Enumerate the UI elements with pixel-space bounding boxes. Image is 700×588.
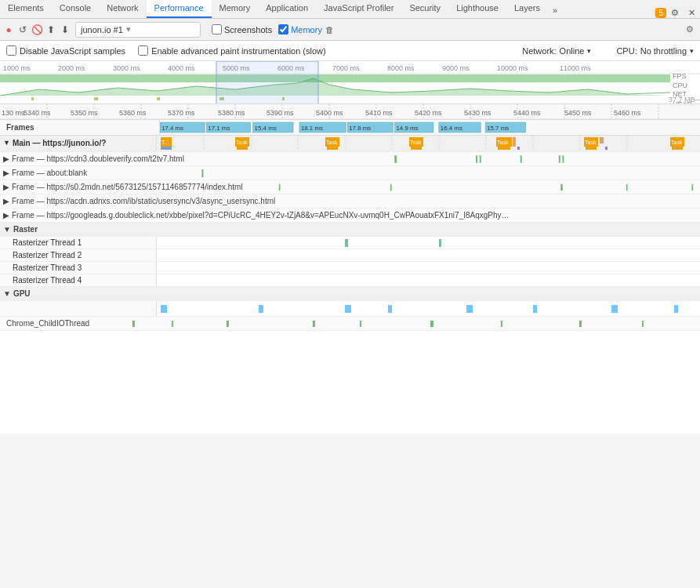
svg-text:5440 ms: 5440 ms — [513, 109, 541, 117]
svg-rect-136 — [559, 155, 560, 162]
memory-checkbox-container[interactable]: Memory — [278, 24, 322, 34]
tab-application[interactable]: Application — [258, 0, 316, 18]
svg-rect-12 — [31, 97, 34, 100]
rasterizer-thread-4-label: Rasterizer Thread 4 — [0, 274, 157, 286]
frames-row: Frames 17.4 ms 17.1 ms 15.4 ms 18.1 ms 1… — [0, 120, 700, 136]
svg-text:8000 ms: 8000 ms — [387, 64, 415, 72]
network-value[interactable]: Online — [560, 46, 585, 56]
close-icon[interactable]: ✕ — [684, 8, 700, 18]
frame-expand-arrow-5[interactable]: ▶ — [3, 211, 9, 220]
raster-header[interactable]: ▼ Raster — [0, 223, 700, 237]
svg-text:17.1 ms: 17.1 ms — [208, 125, 230, 132]
timeline-overview[interactable]: 1000 ms 2000 ms 3000 ms 4000 ms 5000 ms … — [0, 61, 700, 104]
svg-rect-85 — [237, 147, 248, 150]
tab-memory[interactable]: Memory — [212, 0, 259, 18]
gpu-content-row — [0, 301, 700, 317]
svg-rect-144 — [345, 239, 348, 247]
warning-badge: 5 — [655, 8, 666, 18]
svg-text:5350 ms: 5350 ms — [71, 109, 98, 117]
svg-text:17.4 ms: 17.4 ms — [161, 125, 183, 132]
record-button[interactable]: ● — [3, 24, 14, 35]
gpu-expand-arrow[interactable]: ▼ — [3, 289, 11, 298]
cpu-dropdown-icon[interactable]: ▾ — [690, 47, 694, 55]
rasterizer-thread-3-content — [157, 262, 700, 274]
svg-text:Task: Task — [236, 140, 248, 145]
tab-more[interactable]: » — [548, 2, 562, 18]
chrome-child-label: Chrome_ChildIOThread — [3, 319, 89, 328]
url-text: junon.io #1 — [81, 25, 123, 34]
tab-security[interactable]: Security — [401, 0, 448, 18]
frame-expand-arrow-3[interactable]: ▶ — [3, 183, 9, 191]
tab-network[interactable]: Network — [99, 0, 146, 18]
main-thread-row: ▼ Main — https://junon.io/? — [0, 136, 700, 151]
svg-text:3000 ms: 3000 ms — [113, 64, 140, 72]
svg-rect-156 — [172, 321, 173, 327]
tab-lighthouse[interactable]: Lighthouse — [448, 0, 506, 18]
svg-text:Task: Task — [326, 140, 338, 145]
svg-text:Task: Task — [585, 140, 597, 145]
devtools-tabs: Elements Console Network Performance Mem… — [0, 0, 700, 19]
trash-icon[interactable]: 🗑 — [325, 25, 334, 34]
rasterizer-thread-1-label: Rasterizer Thread 1 — [0, 237, 157, 249]
disable-js-checkbox[interactable] — [6, 45, 16, 56]
memory-checkbox[interactable] — [278, 24, 288, 34]
svg-text:15.4 ms: 15.4 ms — [255, 125, 277, 132]
tab-console[interactable]: Console — [52, 0, 99, 18]
svg-rect-163 — [642, 321, 644, 327]
frame-doubleverify-row[interactable]: ▶ Frame — https://cdn3.doubleverify.com/… — [0, 152, 700, 166]
rasterizer-thread-2-content — [157, 249, 700, 262]
settings-gear-icon[interactable]: ⚙ — [683, 24, 697, 34]
tab-javascript-profiler[interactable]: JavaScript Profiler — [316, 0, 401, 18]
network-label: Network: — [522, 46, 556, 56]
disable-js-container[interactable]: Disable JavaScript samples — [6, 45, 125, 56]
rasterizer-thread-1: Rasterizer Thread 1 — [0, 237, 700, 249]
network-dropdown-icon[interactable]: ▾ — [587, 47, 591, 55]
raster-expand-arrow[interactable]: ▼ — [3, 225, 11, 234]
chrome-child-row[interactable]: Chrome_ChildIOThread — [0, 317, 700, 331]
frame-mdn-svg — [246, 180, 700, 194]
gpu-header[interactable]: ▼ GPU — [0, 287, 700, 301]
frame-googleads-row[interactable]: ▶ Frame — https://googleads.g.doubleclic… — [0, 209, 700, 223]
gpu-svg — [157, 301, 700, 317]
zoom-in-icon[interactable]: ⬆ — [45, 24, 56, 35]
enable-paint-checkbox[interactable] — [138, 45, 148, 56]
svg-rect-146 — [161, 305, 167, 313]
frame-mdn-row[interactable]: ▶ Frame — https://s0.2mdn.net/5673125/15… — [0, 180, 700, 194]
svg-text:14.9 ms: 14.9 ms — [396, 125, 418, 132]
clear-button[interactable]: 🚫 — [31, 24, 42, 35]
frame-mdn-label: Frame — https://s0.2mdn.net/5673125/1571… — [12, 183, 243, 191]
reload-record-button[interactable]: ↺ — [17, 24, 28, 35]
rasterizer-thread-4-content — [157, 274, 700, 287]
toolbar: ● ↺ 🚫 ⬆ ⬇ junon.io #1 ▾ Screenshots Memo… — [0, 19, 700, 41]
zoom-out-icon[interactable]: ⬇ — [60, 24, 71, 35]
cpu-value[interactable]: No throttling — [640, 46, 687, 56]
svg-text:2000 ms: 2000 ms — [58, 64, 85, 72]
tab-performance[interactable]: Performance — [147, 0, 212, 18]
screenshots-checkbox[interactable] — [212, 24, 222, 34]
svg-text:5380 ms: 5380 ms — [218, 109, 245, 117]
main-thread-label[interactable]: ▼ Main — https://junon.io/? — [0, 136, 157, 150]
frame-dv-svg — [187, 152, 700, 166]
main-thread-svg: T... Task Task Task — [157, 136, 700, 150]
frame-adnxs-row[interactable]: ▶ Frame — https://acdn.adnxs.com/ib/stat… — [0, 194, 700, 209]
url-dropdown[interactable]: ▾ — [126, 24, 131, 34]
svg-rect-97 — [498, 147, 510, 150]
frame-about-blank-row[interactable]: ▶ Frame — about:blank — [0, 166, 700, 180]
svg-rect-141 — [560, 183, 563, 190]
track-area[interactable]: ▼ Main — https://junon.io/? — [0, 136, 700, 434]
settings-icon[interactable]: ⚙ — [666, 8, 684, 18]
svg-text:17.8 ms: 17.8 ms — [349, 125, 371, 132]
frame-doubleverify-label: Frame — https://cdn3.doubleverify.com/t2… — [12, 154, 184, 163]
main-thread-expand[interactable]: ▼ — [3, 139, 10, 147]
svg-text:5340 ms: 5340 ms — [24, 109, 51, 117]
frame-blank-svg — [90, 166, 700, 180]
frame-expand-arrow-4[interactable]: ▶ — [3, 197, 9, 205]
selection-region[interactable] — [216, 61, 318, 104]
enable-paint-container[interactable]: Enable advanced paint instrumentation (s… — [138, 45, 326, 56]
tab-elements[interactable]: Elements — [0, 0, 52, 18]
frame-expand-arrow-1[interactable]: ▶ — [3, 154, 9, 163]
frame-expand-arrow-2[interactable]: ▶ — [3, 169, 9, 177]
svg-rect-118 — [605, 147, 608, 150]
screenshots-checkbox-container[interactable]: Screenshots — [212, 24, 272, 34]
tab-layers[interactable]: Layers — [506, 0, 548, 18]
